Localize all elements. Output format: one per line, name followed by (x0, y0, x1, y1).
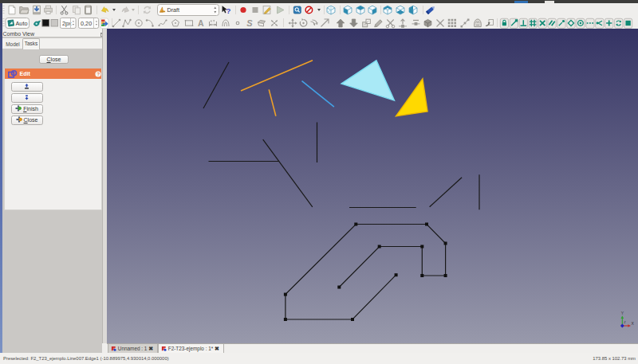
svg-text:Y: Y (621, 311, 624, 315)
svg-text:0,20: 0,20 (81, 20, 92, 27)
svg-text:S: S (246, 18, 253, 28)
svg-text:?: ? (96, 72, 100, 76)
svg-text:Auto: Auto (16, 20, 28, 27)
svg-text:Draft: Draft (167, 6, 180, 14)
svg-text:?: ? (226, 6, 230, 15)
svg-text:Z: Z (624, 320, 626, 324)
svg-text:A: A (198, 18, 204, 28)
svg-text:X: X (632, 321, 635, 326)
